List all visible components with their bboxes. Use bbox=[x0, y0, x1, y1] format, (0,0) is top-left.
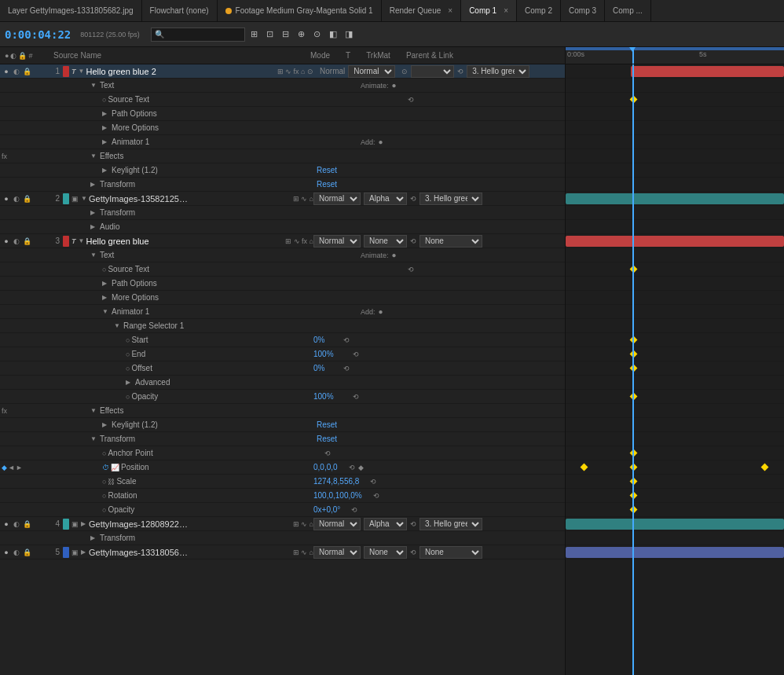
l3-add-btn[interactable]: ● bbox=[379, 307, 383, 316]
layer-4-solo[interactable]: ◐ bbox=[12, 519, 21, 529]
layer-3-parent[interactable]: None bbox=[419, 235, 482, 248]
layer-1-path-options[interactable]: Path Options bbox=[0, 107, 565, 121]
layer-1-solo[interactable]: ◐ bbox=[12, 67, 21, 76]
layer-2-triangle[interactable] bbox=[81, 195, 89, 202]
layer-4-eye[interactable]: ● bbox=[2, 519, 11, 529]
animator1-triangle[interactable] bbox=[102, 138, 110, 145]
keylight-triangle[interactable] bbox=[102, 167, 110, 174]
layer-1-parent[interactable]: 3. Hello green bbox=[467, 65, 529, 78]
pos-next[interactable]: ► bbox=[16, 464, 23, 471]
playhead-marker[interactable] bbox=[632, 47, 634, 64]
layer-5-solo[interactable]: ◐ bbox=[12, 548, 21, 557]
layer-2-audio[interactable]: Audio bbox=[0, 220, 565, 234]
layer-3-position[interactable]: ◆ ◄ ► ⏱ 📈 Position 0,0,0,0 ⟲ ◆ bbox=[0, 460, 565, 475]
transform1-reset[interactable]: Reset bbox=[317, 180, 337, 189]
layer-2-solo[interactable]: ◐ bbox=[12, 194, 21, 204]
layer-4-mode[interactable]: Normal bbox=[313, 518, 361, 530]
layer-3-mode[interactable]: Normal bbox=[313, 235, 361, 248]
layer-2-trkmat[interactable]: Alpha bbox=[364, 193, 407, 205]
layer-row-2[interactable]: ● ◐ 🔒 2 ▣ GettyImages-135821258.mov ⊞ ∿ … bbox=[0, 192, 565, 206]
range-sel-triangle[interactable] bbox=[114, 322, 122, 329]
layer-3-scale[interactable]: ○ ⛓ Scale 1274,8,556,8 ⟲ bbox=[0, 475, 565, 489]
layer-1-mode[interactable]: Normal bbox=[348, 65, 395, 78]
layer-3-opacity-sub[interactable]: ○ Opacity 100% ⟲ bbox=[0, 390, 565, 404]
layer-1-eye[interactable]: ● bbox=[2, 67, 11, 76]
tab-comp3[interactable]: Comp 3 bbox=[561, 0, 605, 21]
layer-row-1[interactable]: ● ◐ 🔒 1 T Hello green blue 2 ⊞ ∿ fx ⌂ ⊙ … bbox=[0, 64, 565, 79]
tab-render-close[interactable]: × bbox=[448, 6, 452, 15]
transform1-triangle[interactable] bbox=[90, 181, 98, 188]
layer-row-3[interactable]: ● ◐ 🔒 3 T Hello green blue ⊞ ∿ fx ⌂ Norm… bbox=[0, 234, 565, 248]
animate-add-btn[interactable]: ● bbox=[392, 81, 397, 90]
toolbar-icon-1[interactable]: ⊞ bbox=[248, 28, 261, 41]
end-value[interactable]: 100% bbox=[313, 350, 334, 358]
layer-5-eye[interactable]: ● bbox=[2, 548, 11, 557]
l3-opacity-value[interactable]: 0x+0,0° bbox=[313, 505, 340, 514]
tl-row-4[interactable] bbox=[566, 517, 784, 531]
layer-1-triangle[interactable] bbox=[79, 68, 86, 75]
layer-1-keylight[interactable]: Keylight (1.2) Reset bbox=[0, 163, 565, 178]
layer-2-parent[interactable]: 3. Hello green bbox=[419, 193, 482, 205]
layer-1-transform[interactable]: Transform Reset bbox=[0, 178, 565, 192]
tl-row-2[interactable] bbox=[566, 192, 784, 206]
l3-keylight-reset[interactable]: Reset bbox=[317, 420, 337, 429]
layer-3-text-triangle[interactable] bbox=[90, 251, 98, 259]
time-ruler-area[interactable]: 0:00s 5s 10s 15s bbox=[566, 47, 784, 64]
layer-row-5[interactable]: ● ◐ 🔒 5 ▣ GettyImages-1331805682.jpg ⊞ ∿… bbox=[0, 545, 565, 559]
layer-4-lock[interactable]: 🔒 bbox=[22, 519, 31, 529]
tl-row-3[interactable] bbox=[566, 234, 784, 248]
layer-3-anchor[interactable]: ○ Anchor Point ⟲ bbox=[0, 446, 565, 460]
layer-3-rotation[interactable]: ○ Rotation 100,0,100,0% ⟲ bbox=[0, 489, 565, 503]
pos-prev[interactable]: ◄ bbox=[8, 464, 15, 471]
toolbar-icon-5[interactable]: ⊙ bbox=[311, 28, 324, 41]
l3-keylight-triangle[interactable] bbox=[102, 421, 110, 428]
toolbar-icon-4[interactable]: ⊕ bbox=[295, 28, 308, 41]
layer-1-text-group[interactable]: Text Animate: ● bbox=[0, 79, 565, 93]
layer-1-source-text[interactable]: ○ Source Text ⟲ bbox=[0, 93, 565, 107]
layer-5-parent[interactable]: None bbox=[419, 546, 482, 559]
layer-3-more-options[interactable]: More Options bbox=[0, 291, 565, 305]
layer-row-4[interactable]: ● ◐ 🔒 4 ▣ GettyImages-1280892252.hd16.mo… bbox=[0, 517, 565, 531]
layer-3-source-text[interactable]: ○ Source Text ⟲ bbox=[0, 262, 565, 277]
toolbar-icon-7[interactable]: ◨ bbox=[343, 28, 355, 41]
layer-3-triangle[interactable] bbox=[79, 237, 86, 244]
layer-3-end[interactable]: ○ End 100% ⟲ bbox=[0, 347, 565, 361]
layer-1-animator1[interactable]: Animator 1 Add: ● bbox=[0, 135, 565, 149]
position-value[interactable]: 0,0,0,0 bbox=[313, 463, 338, 471]
tab-layer[interactable]: Layer GettyImages-1331805682.jpg bbox=[0, 0, 142, 21]
layer-2-mode[interactable]: Normal bbox=[313, 193, 361, 205]
l3-animator1-triangle[interactable] bbox=[102, 308, 110, 315]
layer-3-advanced[interactable]: Advanced bbox=[0, 376, 565, 390]
opacity-sub-value[interactable]: 100% bbox=[313, 392, 334, 401]
l4-transform-triangle[interactable] bbox=[90, 534, 98, 541]
transform2-triangle[interactable] bbox=[90, 209, 98, 216]
layer-1-lock[interactable]: 🔒 bbox=[22, 67, 31, 76]
timeline-panel[interactable] bbox=[566, 64, 784, 675]
layer-3-range-selector[interactable]: Range Selector 1 bbox=[0, 319, 565, 333]
layer-1-trkmat[interactable] bbox=[411, 65, 454, 78]
tab-comp4[interactable]: Comp ... bbox=[605, 0, 651, 21]
search-input[interactable] bbox=[155, 30, 241, 39]
search-box[interactable] bbox=[151, 28, 245, 42]
add-btn[interactable]: ● bbox=[379, 138, 383, 146]
toolbar-icon-2[interactable]: ⊡ bbox=[264, 28, 277, 41]
toolbar-icon-3[interactable]: ⊟ bbox=[280, 28, 292, 41]
l3-path-triangle[interactable] bbox=[102, 280, 110, 287]
layer-5-lock[interactable]: 🔒 bbox=[22, 548, 31, 557]
scale-value[interactable]: 1274,8,556,8 bbox=[313, 477, 359, 486]
toolbar-icon-6[interactable]: ◧ bbox=[327, 28, 339, 41]
l3-transform-reset[interactable]: Reset bbox=[317, 435, 337, 443]
layer-3-lock[interactable]: 🔒 bbox=[22, 237, 31, 246]
rotation-value[interactable]: 100,0,100,0% bbox=[313, 491, 362, 500]
layer-3-path-options[interactable]: Path Options bbox=[0, 277, 565, 291]
layer-3-trkmat[interactable]: None bbox=[364, 235, 407, 248]
l3-effects-triangle[interactable] bbox=[90, 407, 98, 414]
tab-comp1[interactable]: Comp 1 × bbox=[461, 0, 517, 21]
layer-3-offset[interactable]: ○ Offset 0% ⟲ bbox=[0, 361, 565, 376]
effects-triangle[interactable] bbox=[90, 152, 98, 160]
tab-comp1-close[interactable]: × bbox=[504, 6, 508, 15]
layer-1-text-triangle[interactable] bbox=[90, 82, 98, 89]
tl-row-5[interactable] bbox=[566, 545, 784, 559]
layer-4-trkmat[interactable]: Alpha bbox=[364, 518, 407, 530]
l3-more-triangle[interactable] bbox=[102, 294, 110, 301]
